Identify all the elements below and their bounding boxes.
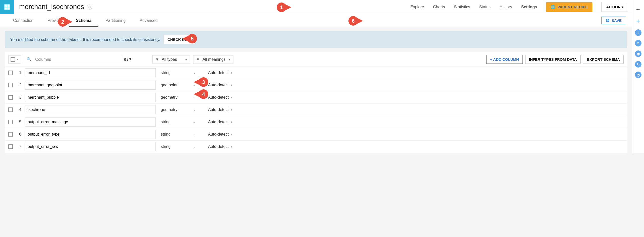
column-meaning-label: Auto-detect <box>208 120 229 124</box>
svg-rect-1 <box>7 4 10 7</box>
rail-chat-icon[interactable]: ◉ <box>635 50 641 57</box>
chevron-down-icon: ▼ <box>230 133 233 136</box>
dataset-title: merchant_isochrones <box>19 3 84 11</box>
svg-rect-2 <box>5 7 7 10</box>
row-checkbox[interactable] <box>8 71 13 75</box>
row-index: 6 <box>16 132 21 137</box>
nav-charts[interactable]: Charts <box>433 5 445 9</box>
build-status-icon[interactable]: ◷ <box>87 5 92 10</box>
chevron-down-icon: ▼ <box>230 96 233 99</box>
collapse-arrow-icon[interactable]: ← <box>634 6 643 13</box>
column-name-input[interactable] <box>25 81 156 90</box>
svg-rect-0 <box>5 4 7 7</box>
row-index: 4 <box>16 107 21 112</box>
chevron-down-icon: ▼ <box>230 108 233 111</box>
funnel-icon: ▼ <box>196 57 200 62</box>
column-type-dropdown[interactable]: geo point ⌄ <box>159 82 197 88</box>
main-area: merchant_isochrones ◷ Explore Charts Sta… <box>0 0 632 153</box>
tab-connection[interactable]: Connection <box>6 15 41 26</box>
column-meaning-label: Auto-detect <box>208 71 229 75</box>
row-checkbox[interactable] <box>8 132 13 137</box>
row-index: 3 <box>16 95 21 100</box>
chevron-down-icon: ⌄ <box>193 71 195 75</box>
rail-history-icon[interactable]: ↻ <box>635 61 641 68</box>
chevron-down-icon: ⌄ <box>193 133 195 136</box>
column-type-dropdown[interactable]: string ⌄ <box>159 119 197 125</box>
schema-row: 2 geo point ⌄ Auto-detect ▼ <box>5 79 627 91</box>
rail-clock-icon[interactable]: ◔ <box>635 72 641 78</box>
column-search-input[interactable] <box>34 55 122 64</box>
column-type-dropdown[interactable]: geometry ⌄ <box>159 106 197 113</box>
column-type-label: geometry <box>161 95 178 100</box>
column-type-dropdown[interactable]: string ⌄ <box>159 70 197 76</box>
nav-history[interactable]: History <box>500 5 512 9</box>
schema-row: 4 geometry ⌄ Auto-detect ▼ <box>5 104 627 116</box>
nav-explore[interactable]: Explore <box>410 5 424 9</box>
rail-info-icon[interactable]: i <box>635 29 641 36</box>
schema-rows: 1 string ⌄ Auto-detect ▼ 2 geo point ⌄ A… <box>5 67 627 153</box>
row-index: 5 <box>16 120 21 124</box>
column-name-input[interactable] <box>25 130 156 139</box>
column-type-label: string <box>161 132 171 137</box>
app-logo-icon[interactable] <box>0 0 14 14</box>
column-name-input[interactable] <box>25 93 156 102</box>
filter-count: 0 / 7 <box>124 57 131 62</box>
column-name-input[interactable] <box>25 68 156 77</box>
nav-status[interactable]: Status <box>479 5 491 9</box>
schema-panel: ▼ 🔍 0 / 7 ▼ All types ▼ ▼ All meanings ▼… <box>5 52 627 153</box>
column-meaning-label: Auto-detect <box>208 144 229 149</box>
schema-row: 3 geometry ⌄ Auto-detect ▼ <box>5 91 627 104</box>
nav-statistics[interactable]: Statistics <box>454 5 470 9</box>
column-meaning-dropdown[interactable]: Auto-detect ▼ <box>208 132 243 137</box>
tab-partitioning[interactable]: Partitioning <box>98 15 133 26</box>
save-button[interactable]: 🖫 SAVE <box>601 17 626 24</box>
column-name-input[interactable] <box>25 142 156 151</box>
column-meaning-dropdown[interactable]: Auto-detect ▼ <box>208 120 243 124</box>
tab-schema[interactable]: Schema <box>69 15 98 26</box>
parent-recipe-button[interactable]: 🌐 PARENT RECIPE <box>546 2 592 12</box>
top-bar: merchant_isochrones ◷ Explore Charts Sta… <box>0 0 632 14</box>
actions-button[interactable]: ACTIONS <box>601 2 628 12</box>
search-icon: 🔍 <box>24 55 34 64</box>
infer-types-button[interactable]: INFER TYPES FROM DATA <box>525 55 581 64</box>
settings-subtabs: Connection Preview Schema Partitioning A… <box>0 14 632 27</box>
row-index: 2 <box>16 83 21 87</box>
chevron-down-icon: ⌄ <box>193 83 195 87</box>
add-column-button[interactable]: + ADD COLUMN <box>486 55 523 64</box>
row-checkbox[interactable] <box>8 107 13 112</box>
column-type-dropdown[interactable]: string ⌄ <box>159 143 197 150</box>
chevron-down-icon: ⌄ <box>193 108 195 111</box>
column-meaning-dropdown[interactable]: Auto-detect ▼ <box>208 107 243 112</box>
column-name-input[interactable] <box>25 117 156 127</box>
rail-list-icon[interactable]: ≡ <box>635 40 641 46</box>
column-name-input[interactable] <box>25 105 156 114</box>
schema-row: 1 string ⌄ Auto-detect ▼ <box>5 67 627 79</box>
row-checkbox[interactable] <box>8 120 13 124</box>
consistency-notice: You modified the schema of the dataset. … <box>5 31 627 48</box>
column-type-dropdown[interactable]: string ⌄ <box>159 131 197 138</box>
schema-row: 7 string ⌄ Auto-detect ▼ <box>5 141 627 153</box>
row-checkbox[interactable] <box>8 83 13 87</box>
tab-preview[interactable]: Preview <box>41 15 69 26</box>
select-all-checkbox[interactable]: ▼ <box>8 55 21 64</box>
meaning-filter-dropdown[interactable]: ▼ All meanings ▼ <box>193 55 233 64</box>
column-meaning-dropdown[interactable]: Auto-detect ▼ <box>208 95 243 100</box>
row-index: 7 <box>16 144 21 149</box>
column-meaning-dropdown[interactable]: Auto-detect ▼ <box>208 71 243 75</box>
row-checkbox[interactable] <box>8 95 13 100</box>
chevron-down-icon: ▼ <box>230 121 233 124</box>
tab-advanced[interactable]: Advanced <box>133 15 165 26</box>
export-schema-button[interactable]: EXPORT SCHEMA <box>583 55 624 64</box>
column-meaning-label: Auto-detect <box>208 95 229 100</box>
type-filter-dropdown[interactable]: ▼ All types ▼ <box>152 55 190 64</box>
chevron-down-icon: ▼ <box>230 145 233 148</box>
check-now-button[interactable]: CHECK NOW <box>163 35 195 44</box>
column-type-label: string <box>161 120 171 124</box>
column-meaning-dropdown[interactable]: Auto-detect ▼ <box>208 83 243 87</box>
nav-settings[interactable]: Settings <box>521 5 537 9</box>
row-checkbox[interactable] <box>8 144 13 149</box>
column-meaning-dropdown[interactable]: Auto-detect ▼ <box>208 144 243 149</box>
rail-add-icon[interactable]: ＋ <box>635 17 641 25</box>
column-type-label: string <box>161 144 171 149</box>
column-type-dropdown[interactable]: geometry ⌄ <box>159 94 197 101</box>
